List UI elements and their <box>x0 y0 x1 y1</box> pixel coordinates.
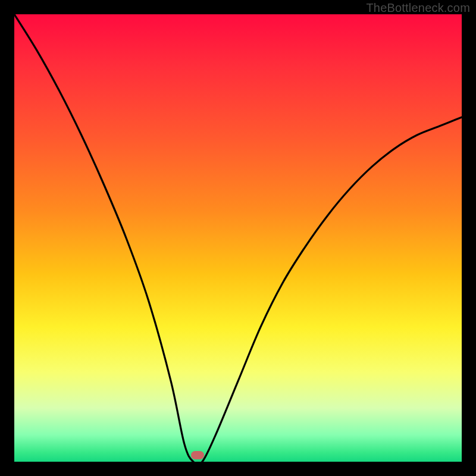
bottleneck-curve <box>14 14 462 462</box>
watermark-text: TheBottleneck.com <box>366 1 470 15</box>
chart-frame: TheBottleneck.com <box>0 0 476 476</box>
plot-area <box>14 14 462 462</box>
optimal-marker <box>191 451 204 459</box>
